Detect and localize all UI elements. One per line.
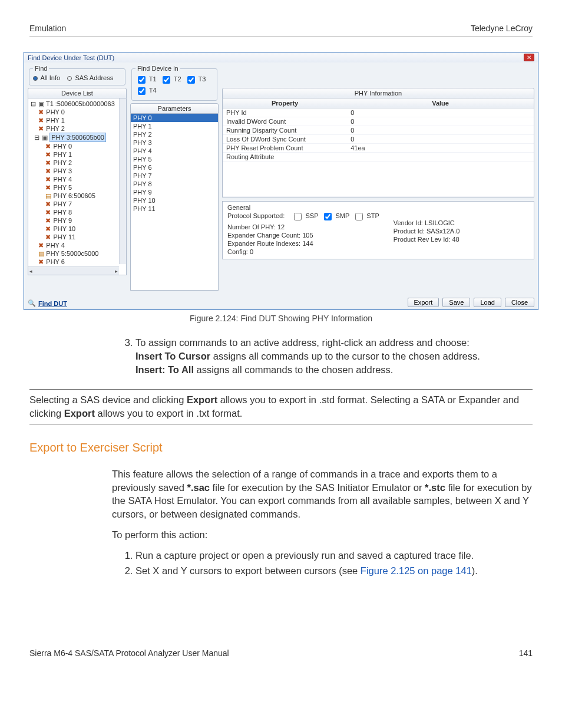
- phy-info-tab[interactable]: PHY Information: [222, 88, 534, 98]
- find-in-legend: Find Device in: [135, 65, 180, 72]
- parameters-tab[interactable]: Parameters: [130, 103, 219, 114]
- tree-scroll-v[interactable]: [119, 98, 126, 264]
- step-3: To assign commands to an active address,…: [135, 336, 533, 376]
- cb-ssp[interactable]: SSP: [292, 212, 318, 219]
- parameters-list[interactable]: PHY 0 PHY 1 PHY 2 PHY 3 PHY 4 PHY 5 PHY …: [130, 114, 219, 291]
- cb-t3[interactable]: T3: [185, 75, 206, 83]
- find-dut-dialog: Find Device Under Test (DUT) ✕ Find All …: [24, 52, 538, 310]
- tree-scroll-h[interactable]: ◂▸: [28, 266, 119, 275]
- cb-stp[interactable]: STP: [353, 212, 379, 219]
- th-property: Property: [223, 98, 347, 108]
- cb-smp[interactable]: SMP: [322, 212, 349, 219]
- cb-t2[interactable]: T2: [160, 75, 181, 83]
- general-group: General Protocol Supported: SSP SMP STP …: [222, 201, 534, 259]
- general-legend: General: [227, 204, 529, 211]
- close-icon[interactable]: ✕: [524, 54, 534, 61]
- cb-t4[interactable]: T4: [135, 87, 157, 94]
- find-legend: Find: [33, 65, 49, 72]
- section-heading: Export to Exerciser Script: [29, 441, 533, 454]
- cb-t1[interactable]: T1: [135, 75, 157, 83]
- table-row: Invalid DWord Count0: [223, 117, 534, 126]
- para-action: To perform this action:: [112, 528, 533, 542]
- header-right: Teledyne LeCroy: [471, 24, 533, 33]
- table-row: PHY Id0: [223, 108, 534, 117]
- save-button[interactable]: Save: [442, 298, 470, 307]
- note-box: Selecting a SAS device and clicking Expo…: [29, 389, 533, 424]
- close-button[interactable]: Close: [505, 298, 534, 307]
- device-tree[interactable]: ⊟ ▣ T1 :5006005b00000063 ✖ PHY 0 ✖ PHY 1…: [28, 98, 127, 275]
- phy-info-table: PropertyValue PHY Id0 Invalid DWord Coun…: [222, 98, 534, 197]
- export-button[interactable]: Export: [408, 298, 439, 307]
- step-2: Set X and Y cursors to export between cu…: [135, 564, 533, 578]
- para-intro: This feature allows the selection of a r…: [112, 467, 533, 521]
- load-button[interactable]: Load: [474, 298, 501, 307]
- footer-left: Sierra M6-4 SAS/SATA Protocol Analyzer U…: [29, 648, 229, 658]
- magnifier-icon: 🔍: [28, 299, 36, 307]
- footer-page: 141: [519, 648, 533, 658]
- dialog-title: Find Device Under Test (DUT): [28, 54, 114, 61]
- radio-all-info[interactable]: All Info: [33, 74, 60, 81]
- header-left: Emulation: [29, 24, 66, 33]
- find-dut-link[interactable]: Find DUT: [38, 300, 67, 307]
- param-selected: PHY 0: [131, 114, 218, 122]
- step-1: Run a capture project or open a previous…: [135, 549, 533, 562]
- table-row: Routing Attribute: [223, 153, 534, 162]
- radio-sas-address[interactable]: SAS Address: [67, 74, 113, 81]
- th-value: Value: [347, 98, 534, 108]
- figure-link[interactable]: Figure 2.125 on page 141: [361, 565, 472, 576]
- figure-caption: Figure 2.124: Find DUT Showing PHY Infor…: [29, 314, 533, 323]
- table-row: PHY Reset Problem Count41ea: [223, 144, 534, 153]
- table-row: Loss Of DWord Sync Count0: [223, 135, 534, 144]
- table-row: Running Disparity Count0: [223, 126, 534, 135]
- device-list-tab[interactable]: Device List: [28, 88, 127, 98]
